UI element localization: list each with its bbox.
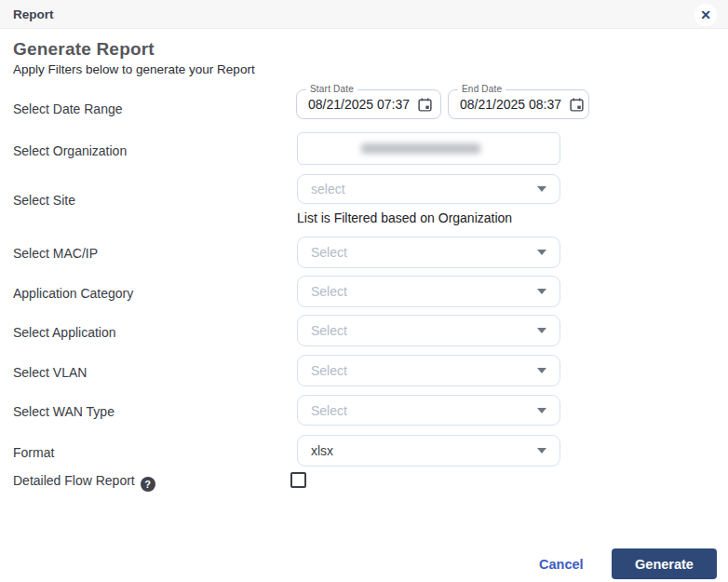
mac-ip-select[interactable]: Select: [297, 237, 560, 268]
site-select[interactable]: select: [297, 174, 560, 204]
wan-type-select[interactable]: Select: [297, 395, 560, 426]
end-date-field[interactable]: End Date 08/21/2025 08:37: [448, 89, 589, 119]
wan-type-label: Select WAN Type: [13, 404, 115, 419]
page-title: Generate Report: [13, 39, 155, 60]
organization-field[interactable]: [297, 132, 560, 165]
chevron-down-icon: [537, 328, 546, 333]
detailed-flow-label: Detailed Flow Report?: [13, 473, 155, 492]
generate-button[interactable]: Generate: [612, 548, 717, 579]
application-select[interactable]: Select: [297, 315, 560, 346]
cancel-button[interactable]: Cancel: [539, 557, 584, 572]
calendar-icon[interactable]: [417, 97, 433, 113]
format-label: Format: [13, 445, 54, 460]
mac-ip-label: Select MAC/IP: [13, 246, 98, 261]
end-date-floating-label: End Date: [458, 84, 506, 94]
start-date-field[interactable]: Start Date 08/21/2025 07:37: [296, 89, 441, 119]
organization-redacted-value: [361, 143, 480, 154]
vlan-label: Select VLAN: [13, 365, 87, 380]
close-icon[interactable]: ✕: [694, 4, 717, 26]
page-subtitle: Apply Filters below to generate your Rep…: [13, 62, 255, 76]
chevron-down-icon: [537, 448, 546, 453]
format-select[interactable]: xlsx: [297, 435, 560, 467]
site-select-placeholder: select: [311, 182, 537, 196]
application-select-placeholder: Select: [311, 323, 537, 338]
chevron-down-icon: [537, 408, 546, 413]
wan-type-select-placeholder: Select: [311, 403, 537, 418]
start-date-floating-label: Start Date: [306, 84, 357, 94]
date-range-label: Select Date Range: [13, 102, 123, 116]
vlan-select[interactable]: Select: [297, 355, 560, 386]
calendar-icon[interactable]: [569, 97, 585, 113]
chevron-down-icon: [537, 368, 546, 373]
site-filter-note: List is Filtered based on Organization: [297, 210, 512, 225]
chevron-down-icon: [537, 186, 546, 192]
mac-ip-select-placeholder: Select: [311, 245, 537, 260]
format-select-value: xlsx: [311, 443, 537, 458]
dialog-title: Report: [13, 7, 54, 21]
help-icon[interactable]: ?: [141, 477, 155, 492]
detailed-flow-checkbox[interactable]: [290, 472, 306, 488]
chevron-down-icon: [537, 289, 546, 294]
dialog-header: Report: [0, 0, 728, 29]
app-category-select[interactable]: Select: [297, 276, 560, 307]
start-date-value: 08/21/2025 07:37: [308, 97, 410, 112]
site-label: Select Site: [13, 193, 75, 208]
application-label: Select Application: [13, 325, 116, 340]
app-category-label: Application Category: [13, 286, 133, 301]
app-category-select-placeholder: Select: [311, 284, 537, 299]
end-date-value: 08/21/2025 08:37: [460, 97, 561, 112]
chevron-down-icon: [537, 250, 546, 255]
organization-label: Select Organization: [13, 143, 127, 158]
vlan-select-placeholder: Select: [311, 363, 537, 378]
